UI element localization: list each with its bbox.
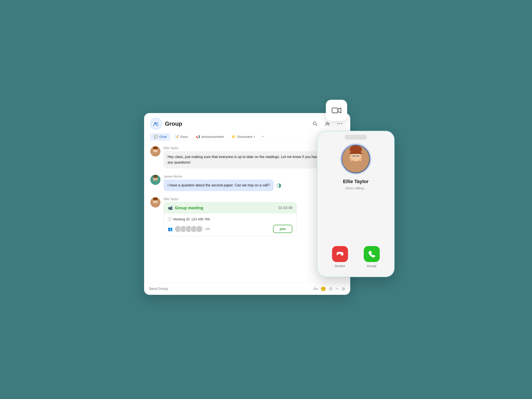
svg-point-8 bbox=[339, 123, 340, 124]
announcement-tab-icon: 📢 bbox=[196, 135, 200, 139]
svg-rect-31 bbox=[332, 108, 338, 113]
tab-bar: 💬 Chat 📝 Docs 📢 Announcement 📁 Document … bbox=[150, 133, 344, 141]
svg-point-9 bbox=[341, 123, 342, 124]
group-avatar bbox=[150, 118, 162, 129]
caller-avatar-inner bbox=[342, 146, 369, 172]
meeting-id-row: ⓘ Meeting ID: 123 456 789 bbox=[168, 216, 292, 222]
caller-avatar-ring bbox=[341, 145, 370, 173]
meeting-card-header: 📹 Group meeting 01:03:48 bbox=[164, 202, 296, 214]
svg-point-16 bbox=[156, 150, 157, 151]
svg-point-29 bbox=[156, 201, 157, 202]
tab-document[interactable]: 📁 Document ▾ bbox=[228, 133, 259, 140]
more-participants: +99 bbox=[205, 227, 210, 231]
search-button[interactable] bbox=[311, 120, 319, 128]
svg-point-34 bbox=[347, 160, 365, 172]
svg-point-1 bbox=[156, 122, 158, 124]
svg-point-28 bbox=[154, 201, 155, 202]
info-icon: ⓘ bbox=[168, 216, 171, 222]
message-row-ellie-2: Ellie Taylor 📹 Group meeting 01:03:48 ⓘ bbox=[150, 197, 344, 236]
avatar-james bbox=[150, 175, 160, 185]
caller-status: Voice calling... bbox=[345, 186, 367, 190]
message-row-james: James Morris I have a question about the… bbox=[150, 175, 344, 191]
add-attachment-icon[interactable]: ⊕ bbox=[341, 286, 345, 292]
mention-icon[interactable]: @ bbox=[329, 287, 333, 291]
copy-icon: ◑ bbox=[276, 182, 282, 189]
accept-button[interactable] bbox=[364, 246, 380, 262]
participants-left: 👥 +99 bbox=[168, 225, 210, 233]
input-toolbar: Aa 🙂 @ ✂ ⊕ bbox=[313, 286, 345, 292]
scissors-icon[interactable]: ✂ bbox=[335, 286, 339, 291]
participants-row: 👥 +99 bbox=[168, 225, 292, 233]
accept-label: Accept bbox=[367, 264, 376, 268]
svg-point-4 bbox=[326, 122, 328, 124]
meeting-card-body: ⓘ Meeting ID: 123 456 789 👥 bbox=[164, 214, 296, 236]
meeting-title: 📹 Group meeting bbox=[168, 205, 203, 210]
caller-name: Ellie Taylor bbox=[343, 179, 369, 184]
message-row: Ellie Taylor Hey class, just making sure… bbox=[150, 146, 344, 168]
group-title: Group bbox=[165, 120, 182, 127]
call-actions: Decline Accept bbox=[324, 246, 387, 268]
avatar-stack bbox=[174, 225, 203, 233]
svg-line-3 bbox=[316, 125, 317, 126]
video-icon: 📹 bbox=[168, 205, 173, 210]
emoji-icon[interactable]: 🙂 bbox=[321, 286, 326, 291]
tab-docs[interactable]: 📝 Docs bbox=[171, 133, 191, 140]
decline-action: Decline bbox=[332, 246, 348, 268]
font-size-icon[interactable]: Aa bbox=[313, 287, 318, 291]
svg-point-41 bbox=[349, 146, 362, 153]
join-button[interactable]: join bbox=[273, 225, 292, 233]
video-call-fab[interactable] bbox=[326, 100, 347, 121]
docs-tab-icon: 📝 bbox=[175, 135, 179, 139]
announcement-tab-label: Announcement bbox=[202, 135, 224, 139]
svg-point-7 bbox=[337, 123, 338, 124]
svg-point-0 bbox=[154, 122, 156, 124]
chat-tab-label: Chat bbox=[159, 135, 167, 139]
svg-point-40 bbox=[357, 155, 359, 157]
phone-notch bbox=[345, 135, 367, 140]
message-bubble-1: Hey class, just making sure that everyon… bbox=[164, 151, 328, 168]
svg-point-22 bbox=[153, 175, 158, 178]
participants-icon: 👥 bbox=[168, 227, 173, 231]
meeting-card: 📹 Group meeting 01:03:48 ⓘ Meeting ID: 1… bbox=[164, 202, 297, 236]
document-tab-icon: 📁 bbox=[232, 135, 236, 139]
docs-tab-label: Docs bbox=[180, 135, 188, 139]
meeting-timer: 01:03:48 bbox=[279, 206, 292, 210]
chat-tab-icon: 💬 bbox=[154, 135, 158, 139]
document-dropdown-icon: ▾ bbox=[254, 135, 255, 138]
avatar-ellie-1 bbox=[150, 146, 160, 157]
tab-chat[interactable]: 💬 Chat bbox=[150, 133, 170, 140]
message-bubble-james: I have a question about the second paper… bbox=[164, 180, 274, 191]
svg-point-15 bbox=[154, 150, 155, 151]
add-tab-button[interactable]: + bbox=[260, 133, 266, 141]
accept-action: Accept bbox=[364, 246, 380, 268]
document-tab-label: Document bbox=[237, 135, 252, 139]
phone-overlay: Ellie Taylor Voice calling... Decline Ac… bbox=[317, 131, 395, 277]
message-input[interactable] bbox=[149, 287, 310, 291]
svg-point-39 bbox=[353, 155, 354, 157]
group-info: Group bbox=[150, 118, 182, 129]
meeting-id-text: Meeting ID: 123 456 789 bbox=[173, 217, 210, 221]
decline-label: Decline bbox=[335, 264, 345, 268]
tab-announcement[interactable]: 📢 Announcement bbox=[192, 133, 228, 140]
avatar-ellie-2 bbox=[150, 197, 160, 208]
decline-button[interactable] bbox=[332, 246, 348, 262]
message-input-area: Aa 🙂 @ ✂ ⊕ bbox=[144, 283, 350, 295]
participant-avatar-5 bbox=[196, 225, 203, 233]
